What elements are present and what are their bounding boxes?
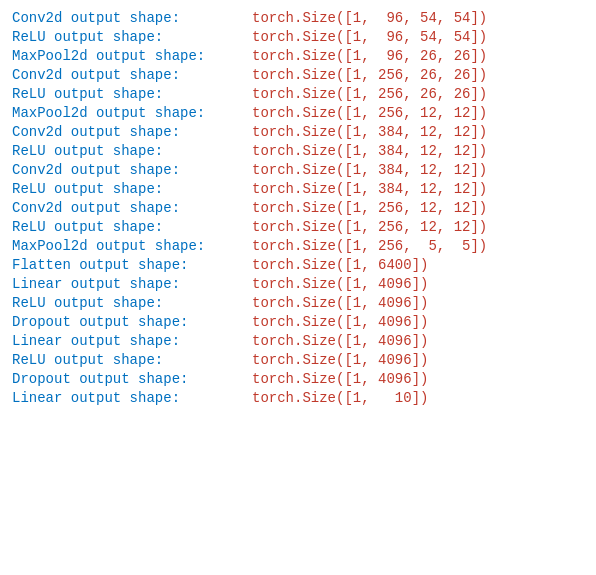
output-row: Flatten output shape: torch.Size([1, 640…: [12, 255, 584, 274]
layer-label: MaxPool2d output shape:: [12, 48, 252, 64]
tensor-size: torch.Size([1, 4096]): [252, 314, 428, 330]
output-row: ReLU output shape: torch.Size([1, 4096]): [12, 350, 584, 369]
layer-label: Linear output shape:: [12, 276, 252, 292]
output-row: Dropout output shape: torch.Size([1, 409…: [12, 312, 584, 331]
output-row: ReLU output shape: torch.Size([1, 96, 54…: [12, 27, 584, 46]
layer-label: ReLU output shape:: [12, 295, 252, 311]
tensor-size: torch.Size([1, 256, 26, 26]): [252, 67, 487, 83]
output-row: MaxPool2d output shape: torch.Size([1, 9…: [12, 46, 584, 65]
output-container: Conv2d output shape: torch.Size([1, 96, …: [12, 8, 584, 407]
tensor-size: torch.Size([1, 96, 26, 26]): [252, 48, 487, 64]
output-row: ReLU output shape: torch.Size([1, 256, 2…: [12, 84, 584, 103]
tensor-size: torch.Size([1, 10]): [252, 390, 428, 406]
layer-label: ReLU output shape:: [12, 181, 252, 197]
tensor-size: torch.Size([1, 384, 12, 12]): [252, 162, 487, 178]
layer-label: MaxPool2d output shape:: [12, 238, 252, 254]
output-row: Conv2d output shape: torch.Size([1, 256,…: [12, 65, 584, 84]
layer-label: Conv2d output shape:: [12, 10, 252, 26]
output-row: MaxPool2d output shape: torch.Size([1, 2…: [12, 103, 584, 122]
output-row: ReLU output shape: torch.Size([1, 384, 1…: [12, 141, 584, 160]
output-row: Conv2d output shape: torch.Size([1, 384,…: [12, 122, 584, 141]
layer-label: Linear output shape:: [12, 333, 252, 349]
output-row: Dropout output shape: torch.Size([1, 409…: [12, 369, 584, 388]
tensor-size: torch.Size([1, 256, 5, 5]): [252, 238, 487, 254]
tensor-size: torch.Size([1, 4096]): [252, 352, 428, 368]
output-row: Conv2d output shape: torch.Size([1, 384,…: [12, 160, 584, 179]
layer-label: MaxPool2d output shape:: [12, 105, 252, 121]
layer-label: Conv2d output shape:: [12, 162, 252, 178]
tensor-size: torch.Size([1, 4096]): [252, 371, 428, 387]
output-row: ReLU output shape: torch.Size([1, 256, 1…: [12, 217, 584, 236]
output-row: Conv2d output shape: torch.Size([1, 96, …: [12, 8, 584, 27]
tensor-size: torch.Size([1, 4096]): [252, 276, 428, 292]
output-row: MaxPool2d output shape: torch.Size([1, 2…: [12, 236, 584, 255]
output-row: Conv2d output shape: torch.Size([1, 256,…: [12, 198, 584, 217]
output-row: Linear output shape: torch.Size([1, 10]): [12, 388, 584, 407]
layer-label: ReLU output shape:: [12, 219, 252, 235]
layer-label: Flatten output shape:: [12, 257, 252, 273]
tensor-size: torch.Size([1, 384, 12, 12]): [252, 143, 487, 159]
tensor-size: torch.Size([1, 96, 54, 54]): [252, 29, 487, 45]
output-row: Linear output shape: torch.Size([1, 4096…: [12, 331, 584, 350]
layer-label: ReLU output shape:: [12, 143, 252, 159]
tensor-size: torch.Size([1, 256, 12, 12]): [252, 219, 487, 235]
layer-label: ReLU output shape:: [12, 86, 252, 102]
layer-label: Linear output shape:: [12, 390, 252, 406]
tensor-size: torch.Size([1, 384, 12, 12]): [252, 181, 487, 197]
tensor-size: torch.Size([1, 6400]): [252, 257, 428, 273]
tensor-size: torch.Size([1, 256, 26, 26]): [252, 86, 487, 102]
tensor-size: torch.Size([1, 256, 12, 12]): [252, 105, 487, 121]
output-row: ReLU output shape: torch.Size([1, 4096]): [12, 293, 584, 312]
layer-label: ReLU output shape:: [12, 352, 252, 368]
layer-label: Conv2d output shape:: [12, 200, 252, 216]
layer-label: ReLU output shape:: [12, 29, 252, 45]
tensor-size: torch.Size([1, 4096]): [252, 333, 428, 349]
tensor-size: torch.Size([1, 256, 12, 12]): [252, 200, 487, 216]
layer-label: Dropout output shape:: [12, 314, 252, 330]
tensor-size: torch.Size([1, 384, 12, 12]): [252, 124, 487, 140]
layer-label: Conv2d output shape:: [12, 124, 252, 140]
output-row: ReLU output shape: torch.Size([1, 384, 1…: [12, 179, 584, 198]
layer-label: Conv2d output shape:: [12, 67, 252, 83]
layer-label: Dropout output shape:: [12, 371, 252, 387]
tensor-size: torch.Size([1, 96, 54, 54]): [252, 10, 487, 26]
output-row: Linear output shape: torch.Size([1, 4096…: [12, 274, 584, 293]
tensor-size: torch.Size([1, 4096]): [252, 295, 428, 311]
